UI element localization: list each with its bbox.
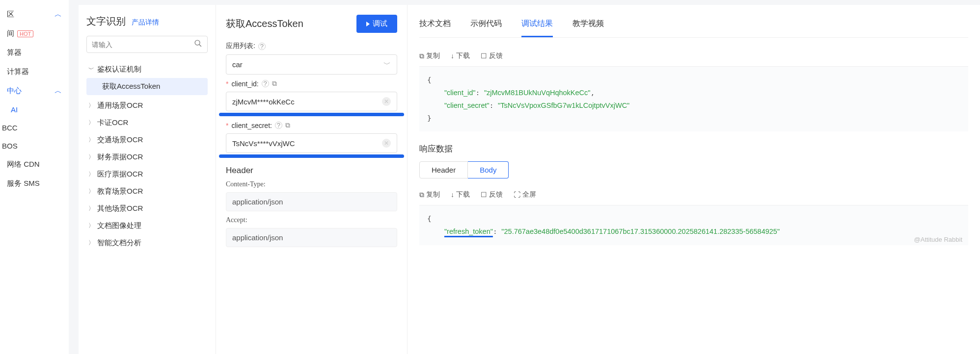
search-field[interactable] <box>92 41 194 49</box>
response-code: { "refresh_token": "25.767ae3e48df0e5400… <box>419 205 968 245</box>
chevron-down-icon: ﹀ <box>383 60 391 69</box>
search-icon <box>194 39 202 50</box>
help-icon[interactable]: ? <box>258 43 266 50</box>
help-icon[interactable]: ? <box>275 122 282 129</box>
required-icon: * <box>226 80 228 88</box>
feedback-button[interactable]: ☐反馈 <box>481 51 503 60</box>
tree-group[interactable]: 〉智能文档分析 <box>86 234 208 252</box>
chevron-right-icon: 〉 <box>88 222 97 230</box>
chevron-right-icon: 〉 <box>88 239 97 247</box>
chevron-right-icon: 〉 <box>88 101 97 110</box>
copy-button[interactable]: ⧉复制 <box>419 190 440 199</box>
svg-point-0 <box>195 40 200 45</box>
nav-item[interactable]: 服务 SMS <box>0 174 69 193</box>
tab-debug-result[interactable]: 调试结果 <box>521 15 553 37</box>
tree-title: 文字识别 <box>86 15 126 28</box>
tree-group[interactable]: 〉其他场景OCR <box>86 200 208 217</box>
tree-group-auth[interactable]: ﹀鉴权认证机制 <box>86 61 208 78</box>
result-tabs: 技术文档 示例代码 调试结果 教学视频 <box>419 15 968 38</box>
app-list-label: 应用列表: <box>226 42 255 51</box>
nav-item-ai[interactable]: AI <box>0 101 69 119</box>
copy-icon[interactable]: ⧉ <box>272 79 277 88</box>
annotation-mark <box>219 113 404 116</box>
main-panel: 文字识别 产品详情 ﹀鉴权认证机制 获取AccessToken 〉通用场景OCR… <box>79 5 980 354</box>
debug-button[interactable]: 调试 <box>356 15 397 33</box>
form-title: 获取AccessToken <box>226 17 303 30</box>
tree-group[interactable]: 〉交通场景OCR <box>86 131 208 149</box>
search-input[interactable] <box>86 36 208 53</box>
chevron-right-icon: 〉 <box>88 170 97 178</box>
response-segment: Header Body <box>419 161 509 178</box>
chevron-right-icon: 〉 <box>88 119 97 127</box>
download-button[interactable]: ↓下载 <box>451 51 470 60</box>
annotation-mark <box>219 154 404 158</box>
request-code: { "client_id": "zjMcvM81BUkNuVqHqhokKeCc… <box>419 67 968 131</box>
client-secret-label: client_secret: <box>231 122 272 129</box>
client-secret-input[interactable]: TsNcVs****vVxjWC✕ <box>226 133 397 153</box>
chevron-up-icon: ︿ <box>54 10 62 19</box>
tree-group[interactable]: 〉医疗票据OCR <box>86 166 208 183</box>
accept-label: Accept: <box>226 216 397 224</box>
copy-icon[interactable]: ⧉ <box>285 121 290 129</box>
request-toolbar: ⧉复制 ↓下载 ☐反馈 <box>419 47 968 67</box>
fullscreen-button[interactable]: ⛶全屏 <box>514 190 536 199</box>
tree-group[interactable]: 〉文档图像处理 <box>86 217 208 234</box>
copy-button[interactable]: ⧉复制 <box>419 51 440 60</box>
tab-docs[interactable]: 技术文档 <box>419 15 451 37</box>
tab-sample[interactable]: 示例代码 <box>470 15 502 37</box>
nav-item-center[interactable]: 中心︿ <box>0 81 69 101</box>
header-section-title: Header <box>226 166 397 176</box>
nav-item[interactable]: 网络 CDN <box>0 155 69 174</box>
tree-group[interactable]: 〉卡证OCR <box>86 114 208 131</box>
hot-badge: HOT <box>17 30 33 37</box>
feedback-button[interactable]: ☐反馈 <box>481 190 503 199</box>
tree-group[interactable]: 〉教育场景OCR <box>86 183 208 200</box>
nav-item[interactable]: 算器 <box>0 43 69 62</box>
chevron-right-icon: 〉 <box>88 204 97 213</box>
chevron-right-icon: 〉 <box>88 187 97 196</box>
api-tree: 文字识别 产品详情 ﹀鉴权认证机制 获取AccessToken 〉通用场景OCR… <box>79 5 216 354</box>
left-sidebar: 区︿ 间HOT 算器 计算器 中心︿ AI BCC BOS 网络 CDN 服务 … <box>0 0 69 354</box>
chevron-right-icon: 〉 <box>88 136 97 144</box>
tree-group[interactable]: 〉通用场景OCR <box>86 97 208 114</box>
chevron-down-icon: ﹀ <box>88 65 97 74</box>
seg-body[interactable]: Body <box>468 161 509 178</box>
help-icon[interactable]: ? <box>262 80 269 87</box>
nav-item[interactable]: 间HOT <box>0 24 69 43</box>
tree-item-access-token[interactable]: 获取AccessToken <box>86 78 208 95</box>
chevron-up-icon: ︿ <box>54 86 62 96</box>
result-panel: 技术文档 示例代码 调试结果 教学视频 ⧉复制 ↓下载 ☐反馈 { "clien… <box>408 5 980 354</box>
required-icon: * <box>226 122 228 129</box>
content-type-label: Content-Type: <box>226 180 397 188</box>
response-title: 响应数据 <box>419 143 968 154</box>
request-form: 获取AccessToken 调试 应用列表:? car﹀ *client_id:… <box>216 5 408 354</box>
content-type-value: application/json <box>226 192 397 211</box>
nav-item[interactable]: BOS <box>0 137 69 155</box>
tree-group[interactable]: 〉财务票据OCR <box>86 149 208 166</box>
clear-icon[interactable]: ✕ <box>382 139 391 148</box>
nav-item[interactable]: BCC <box>0 119 69 137</box>
accept-value: application/json <box>226 228 397 247</box>
clear-icon[interactable]: ✕ <box>382 97 391 106</box>
nav-item[interactable]: 计算器 <box>0 62 69 81</box>
svg-line-1 <box>199 45 201 47</box>
client-id-input[interactable]: zjMcvM****okKeCc✕ <box>226 92 397 111</box>
seg-header[interactable]: Header <box>419 161 468 178</box>
response-toolbar: ⧉复制 ↓下载 ☐反馈 ⛶全屏 <box>419 185 968 205</box>
watermark: @Attitude Rabbit <box>914 236 962 243</box>
play-icon <box>366 22 370 26</box>
product-detail-link[interactable]: 产品详情 <box>132 18 159 27</box>
tab-video[interactable]: 教学视频 <box>572 15 604 37</box>
client-id-label: client_id: <box>231 80 258 88</box>
nav-item[interactable]: 区︿ <box>0 5 69 24</box>
chevron-right-icon: 〉 <box>88 153 97 161</box>
download-button[interactable]: ↓下载 <box>451 190 470 199</box>
app-select[interactable]: car﹀ <box>226 54 397 75</box>
